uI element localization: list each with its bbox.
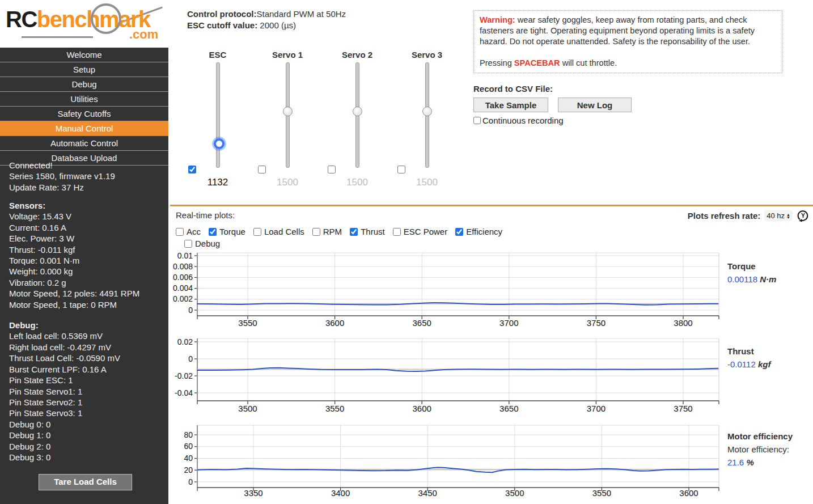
sidebar-menu: WelcomeSetupDebugUtilitiesSafety Cutoffs… [0, 48, 168, 166]
sidebar-item-safety-cutoffs[interactable]: Safety Cutoffs [0, 107, 168, 121]
warning-text: wear safety goggles, keep away from rota… [480, 15, 755, 46]
text-line: Torque: 0.001 N·m [9, 255, 164, 266]
plot-checkbox-torque[interactable] [209, 228, 217, 236]
plot-checkbox-label: Debug [195, 239, 220, 248]
connection-status: Connected!Series 1580, firmware v1.19Upd… [9, 163, 164, 198]
refresh-rate-label: Plots refresh rate: [688, 211, 760, 221]
plot-checkbox-rpm[interactable] [312, 228, 320, 236]
svg-text:3750: 3750 [674, 404, 692, 413]
take-sample-button[interactable]: Take Sample [473, 98, 548, 112]
slider-track-servo-1[interactable] [286, 62, 290, 168]
sidebar-item-manual-control[interactable]: Manual Control [0, 121, 168, 136]
text-line: Burst Current LPF: 0.16 A [9, 364, 164, 375]
text-line: Update Rate: 37 Hz [9, 182, 164, 193]
plot-checkbox-efficiency[interactable] [455, 228, 463, 236]
plot-checkbox-load-cells[interactable] [253, 228, 261, 236]
plot-checkbox-debug[interactable] [184, 240, 192, 248]
warning-label: Warning: [480, 15, 515, 24]
plot-checkbox-item-efficiency: Efficiency [455, 227, 502, 236]
slider-enable-checkbox-esc[interactable] [188, 166, 196, 173]
debug-readings: Left load cell: 0.5369 mVRight load cell… [9, 331, 164, 463]
slider-handle-esc[interactable] [214, 138, 225, 149]
sidebar-item-utilities[interactable]: Utilities [0, 92, 168, 107]
slider-track-esc[interactable] [216, 62, 220, 168]
svg-text:3650: 3650 [413, 318, 431, 328]
slider-handle-servo-1[interactable] [283, 107, 293, 116]
rcbenchmark-app: RCbenchmark .com WelcomeSetupDebugUtilit… [0, 0, 813, 504]
svg-text:3700: 3700 [499, 318, 518, 328]
control-protocol-label: Control protocol: [187, 9, 256, 19]
text-line: Debug 1: 0 [9, 430, 164, 441]
plot-checkbox-item-debug: Debug [184, 239, 220, 248]
svg-text:0: 0 [188, 354, 193, 363]
realtime-plots-title: Real-time plots: [176, 210, 235, 220]
new-log-button[interactable]: New Log [558, 98, 632, 112]
sidebar-item-automatic-control[interactable]: Automatic Control [0, 136, 168, 151]
svg-text:3600: 3600 [679, 488, 698, 498]
plot-checkbox-acc[interactable] [176, 228, 184, 236]
text-line: Pin State ESC: 1 [9, 375, 164, 386]
esc-cutoff-label: ESC cutoff value: [187, 20, 257, 30]
text-line: Right load cell: -0.4297 mV [9, 342, 164, 353]
svg-text:3650: 3650 [499, 404, 518, 413]
continuous-recording-checkbox[interactable] [473, 117, 481, 124]
text-line: Thrust: -0.011 kgf [9, 244, 164, 255]
chart-title: Thrust [727, 345, 812, 358]
slider-handle-servo-2[interactable] [353, 107, 362, 116]
text-line: Weight: 0.000 kg [9, 266, 164, 277]
plot-checkbox-esc-power[interactable] [393, 228, 401, 236]
refresh-rate-value: 40 hz [767, 211, 785, 220]
refresh-rate-select[interactable]: 40 hz ▲▼ [764, 210, 793, 221]
svg-text:20: 20 [184, 465, 193, 475]
logo-com: .com [129, 27, 158, 42]
debug-title: Debug: [9, 320, 164, 331]
slider-value-servo-1: 1500 [253, 177, 321, 188]
sidebar-item-debug[interactable]: Debug [0, 77, 168, 92]
logo: RCbenchmark .com [0, 0, 168, 49]
magnifier-icon [91, 3, 121, 34]
control-protocol-info: Control protocol:Standard PWM at 50Hz ES… [187, 9, 346, 31]
slider-track-servo-2[interactable] [355, 62, 359, 168]
slider-enable-checkbox-servo-1[interactable] [258, 166, 266, 173]
chart-current-value: 21.6 % [727, 456, 812, 469]
svg-text:80: 80 [184, 430, 193, 439]
sensors-title: Sensors: [9, 200, 164, 211]
svg-text:3500: 3500 [238, 404, 257, 413]
svg-text:60: 60 [184, 442, 193, 451]
svg-text:3700: 3700 [587, 404, 605, 413]
svg-text:0.002: 0.002 [173, 294, 193, 303]
chart-thrust: 0.020-0.02-0.04350035503600365037003750 [170, 336, 723, 420]
plots-refresh-controls: Plots refresh rate: 40 hz ▲▼ Y [688, 209, 810, 222]
slider-handle-servo-3[interactable] [422, 107, 432, 116]
svg-text:-0.02: -0.02 [175, 371, 193, 380]
plot-checkbox-item-load-cells: Load Cells [253, 227, 304, 236]
text-line: Motor Speed, 12 poles: 4491 RPM [9, 288, 164, 299]
slider-value-servo-2: 1500 [323, 177, 391, 188]
slider-enable-checkbox-servo-2[interactable] [328, 166, 336, 173]
slider-track-servo-3[interactable] [425, 62, 429, 168]
text-line: Debug 2: 0 [9, 441, 164, 452]
plot-checkbox-item-acc: Acc [176, 227, 201, 236]
sidebar-item-setup[interactable]: Setup [0, 62, 168, 77]
slider-enable-checkbox-servo-3[interactable] [397, 166, 405, 173]
text-line: Pin State Servo2: 1 [9, 397, 164, 408]
slider-column-servo-1: Servo 11500 [253, 50, 321, 192]
svg-text:3800: 3800 [674, 318, 692, 328]
record-csv-title: Record to CSV File: [473, 84, 553, 94]
svg-text:3600: 3600 [413, 404, 431, 413]
main-content: Control protocol:Standard PWM at 50Hz ES… [170, 0, 813, 504]
plot-series-checkboxes-row2: Debug [184, 239, 220, 248]
chart-value-unit: N·m [760, 274, 776, 284]
chart-title: Torque [727, 260, 812, 273]
chart-value-number: -0.0112 [727, 359, 756, 369]
svg-text:0.006: 0.006 [173, 273, 193, 282]
plot-checkbox-thrust[interactable] [350, 228, 358, 236]
tare-load-cells-button[interactable]: Tare Load Cells [39, 474, 132, 490]
slider-column-esc: ESC1132 [184, 50, 252, 192]
plot-checkbox-item-esc-power: ESC Power [393, 227, 448, 236]
continuous-recording-label: Continuous recording [482, 116, 564, 125]
sensor-readings: Voltage: 15.43 VCurrent: 0.16 AElec. Pow… [9, 211, 164, 310]
reset-y-axis-icon[interactable]: Y [797, 209, 810, 222]
sidebar-item-welcome[interactable]: Welcome [0, 48, 168, 62]
chart-subtitle: Motor efficiency: [727, 443, 812, 456]
